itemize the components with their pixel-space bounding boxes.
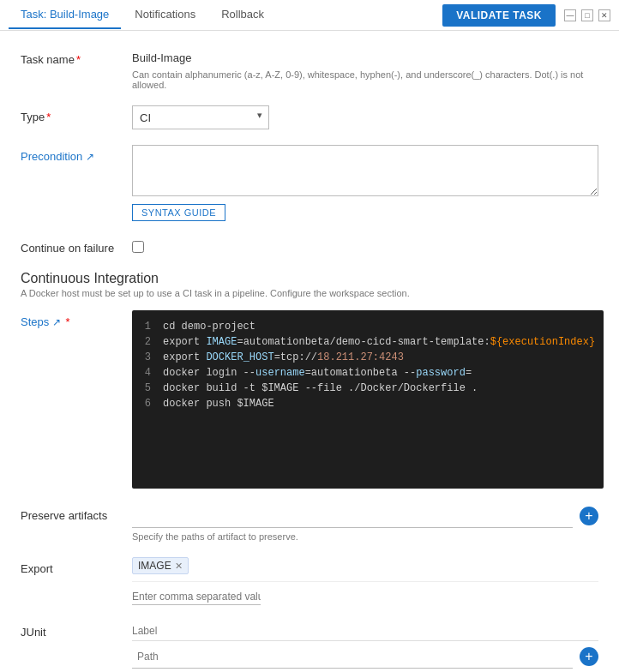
type-label: Type* (21, 105, 132, 123)
junit-row: JUnit + (21, 621, 598, 669)
export-divider (132, 581, 598, 582)
steps-link[interactable]: Steps (21, 315, 49, 328)
preserve-artifacts-input[interactable] (132, 504, 573, 528)
type-value-area: CI Maven Gradle npm (132, 105, 598, 129)
code-editor[interactable]: 1 cd demo-project 2 export IMAGE=automat… (132, 310, 604, 489)
continue-on-failure-value (132, 237, 598, 255)
tab-notifications[interactable]: Notifications (123, 1, 207, 29)
precondition-textarea[interactable] (132, 145, 598, 196)
ci-section-subtitle: A Docker host must be set up to use a CI… (21, 288, 598, 298)
syntax-guide-button[interactable]: SYNTAX GUIDE (132, 204, 225, 221)
validate-task-button[interactable]: VALIDATE TASK (442, 4, 556, 27)
export-row: Export IMAGE ✕ (21, 557, 598, 605)
tab-build-image[interactable]: Task: Build-Image (9, 1, 121, 29)
export-tag-remove-button[interactable]: ✕ (175, 561, 183, 572)
precondition-value-area: SYNTAX GUIDE (132, 145, 598, 221)
task-name-label: Task name* (21, 48, 132, 66)
precondition-row: Precondition ↗ SYNTAX GUIDE (21, 145, 598, 221)
code-line-6: 6 docker push $IMAGE (132, 396, 604, 411)
continue-on-failure-row: Continue on failure (21, 237, 598, 255)
ci-section-title: Continuous Integration (21, 271, 598, 286)
continue-on-failure-checkbox[interactable] (132, 241, 144, 253)
continue-on-failure-label: Continue on failure (21, 237, 132, 255)
preserve-artifacts-input-group: + (132, 504, 598, 528)
code-line-3: 3 export DOCKER_HOST=tcp://18.211.27:424… (132, 350, 604, 365)
task-name-hint: Can contain alphanumeric (a-z, A-Z, 0-9)… (132, 69, 598, 90)
junit-label-input[interactable] (132, 621, 598, 641)
preserve-artifacts-add-button[interactable]: + (580, 507, 598, 525)
close-button[interactable]: ✕ (598, 9, 610, 21)
header: Task: Build-Image Notifications Rollback… (0, 0, 619, 31)
task-name-value-area: Build-Image Can contain alphanumeric (a-… (132, 48, 598, 90)
minimize-button[interactable]: — (564, 9, 576, 21)
export-comma-input[interactable] (132, 589, 261, 605)
export-value: IMAGE ✕ (132, 557, 598, 605)
preserve-artifacts-hint: Specify the paths of artifact to preserv… (132, 531, 598, 542)
task-name-display: Build-Image (132, 48, 598, 68)
type-row: Type* CI Maven Gradle npm (21, 105, 598, 129)
ci-section-header: Continuous Integration A Docker host mus… (21, 271, 598, 298)
steps-editor-area: 1 cd demo-project 2 export IMAGE=automat… (132, 310, 604, 489)
junit-value: + (132, 621, 598, 669)
export-tag-image: IMAGE ✕ (132, 557, 189, 574)
precondition-label: Precondition ↗ (21, 145, 132, 163)
code-line-1: 1 cd demo-project (132, 319, 604, 334)
precondition-link[interactable]: Precondition (21, 150, 82, 163)
code-line-5: 5 docker build -t $IMAGE --file ./Docker… (132, 381, 604, 396)
type-select[interactable]: CI Maven Gradle npm (132, 105, 269, 129)
junit-path-group: + (132, 645, 598, 669)
code-line-2: 2 export IMAGE=automationbeta/demo-cicd-… (132, 334, 604, 350)
preserve-artifacts-label: Preserve artifacts (21, 504, 132, 522)
junit-add-button[interactable]: + (580, 647, 598, 666)
export-tags-area: IMAGE ✕ (132, 557, 598, 574)
junit-label: JUnit (21, 621, 132, 639)
steps-label: Steps ↗ * (21, 310, 132, 328)
preserve-artifacts-value: + Specify the paths of artifact to prese… (132, 504, 598, 542)
steps-row: Steps ↗ * 1 cd demo-project 2 export IMA… (21, 310, 598, 489)
task-name-row: Task name* Build-Image Can contain alpha… (21, 48, 598, 90)
tab-rollback[interactable]: Rollback (209, 1, 276, 29)
type-select-wrap: CI Maven Gradle npm (132, 105, 269, 129)
code-line-4: 4 docker login --username=automationbeta… (132, 365, 604, 381)
restore-button[interactable]: □ (581, 9, 593, 21)
window-controls: — □ ✕ (564, 9, 610, 21)
preserve-artifacts-row: Preserve artifacts + Specify the paths o… (21, 504, 598, 542)
junit-path-input[interactable] (132, 645, 573, 669)
export-label: Export (21, 557, 132, 575)
main-content: Task name* Build-Image Can contain alpha… (0, 31, 619, 672)
